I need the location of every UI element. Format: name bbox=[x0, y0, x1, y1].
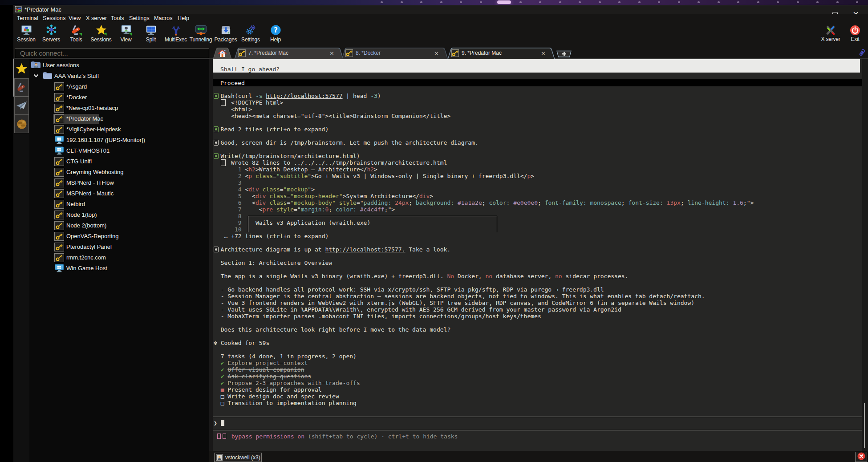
session--asgard[interactable]: *Asgard bbox=[29, 81, 209, 92]
terminal-text: ; bbox=[482, 199, 489, 206]
menu-tools[interactable]: Tools bbox=[111, 15, 124, 21]
terminal-text: 1 bbox=[214, 166, 245, 173]
sidebar-tab-tools[interactable] bbox=[14, 78, 29, 97]
attachment-paperclip-icon[interactable] bbox=[858, 49, 865, 59]
session-greyming-webhosting[interactable]: Greyming Webhosting bbox=[29, 167, 209, 178]
toolbar-x-server-button[interactable]: X server bbox=[818, 25, 843, 47]
terminal-line: - Vault uses SQLite in %APPDATA%\Wraith\… bbox=[214, 306, 621, 313]
sidebar-tab-macros[interactable] bbox=[14, 97, 29, 115]
session--new-cp01-heistacp[interactable]: *New-cp01-heistacp bbox=[29, 103, 209, 113]
session--predator-mac[interactable]: *Predator Mac bbox=[29, 113, 209, 124]
window-title: *Predator Mac bbox=[24, 6, 61, 13]
menu-settings[interactable]: Settings bbox=[129, 15, 150, 21]
terminal-text: > bbox=[531, 173, 534, 179]
session-node-1-top-[interactable]: Node 1(top) bbox=[29, 210, 209, 220]
menu-view[interactable]: View bbox=[69, 15, 81, 21]
menu-macros[interactable]: Macros bbox=[154, 15, 173, 21]
tab-close-icon[interactable]: × bbox=[329, 50, 334, 56]
toolbar-tunneling-button[interactable]: Tunneling bbox=[188, 24, 213, 46]
toolbar-exit-button[interactable]: Exit bbox=[843, 25, 868, 47]
terminal-text: </ bbox=[360, 166, 367, 173]
toolbar-view-button[interactable]: View bbox=[114, 24, 138, 46]
toolbar-multiexec-button[interactable]: MultiExec bbox=[163, 24, 188, 46]
terminal-text: 6 bbox=[214, 199, 245, 206]
toolbar-packages-button[interactable]: Packages bbox=[213, 24, 238, 46]
terminal-line: ✔ Explore project context bbox=[214, 360, 308, 366]
terminal-line: 5 <div class="mockup-header">System Arch… bbox=[214, 193, 433, 199]
quick-connect-input[interactable] bbox=[15, 48, 209, 58]
session-win-game-host[interactable]: Win Game Host bbox=[29, 263, 209, 274]
session-mspnerd-mautic[interactable]: MSPNerd - Mautic bbox=[29, 188, 209, 199]
terminal-text: no bbox=[486, 273, 493, 280]
new-tab-button[interactable] bbox=[556, 50, 572, 57]
terminal-line: ✔ Ask clarifying questions bbox=[214, 373, 311, 380]
claude-bullet-icon bbox=[214, 126, 219, 132]
servers-icon bbox=[39, 24, 64, 36]
menu-help[interactable]: Help bbox=[178, 15, 189, 21]
terminal[interactable]: Shall I go ahead? Proceed Bash(curl -s h… bbox=[213, 59, 862, 451]
terminal-text: ; bbox=[681, 199, 688, 206]
menu-x-server[interactable]: X server bbox=[86, 15, 107, 21]
toolbar-label: Session bbox=[14, 36, 39, 43]
terminal-text: Good, screen dir is /tmp/brainstorm. Let… bbox=[221, 139, 479, 146]
session-mspnerd-itflow[interactable]: MSPNerd - ITFlow bbox=[29, 178, 209, 188]
tab-8-docker[interactable]: 8. *Docker× bbox=[342, 48, 448, 59]
session--docker[interactable]: *Docker bbox=[29, 92, 209, 103]
terminal-text: -s bbox=[256, 93, 263, 99]
session-ctg-unifi[interactable]: CTG Unifi bbox=[29, 156, 209, 167]
background-strip-dot bbox=[401, 1, 403, 3]
terminal-text: ❯ bbox=[214, 420, 221, 426]
background-strip-dot bbox=[737, 1, 739, 3]
terminal-text bbox=[214, 433, 217, 440]
sidebar-splitter[interactable] bbox=[209, 59, 213, 462]
status-close-button[interactable] bbox=[855, 452, 867, 462]
ssh-key-icon bbox=[54, 104, 64, 113]
terminal-line: 1 <h2>Wraith Desktop — Architecture</h2> bbox=[214, 166, 377, 173]
terminal-text: - Vault uses SQLite in %APPDATA%\Wraith\… bbox=[214, 306, 621, 313]
session-pterodactyl-panel[interactable]: Pterodactyl Panel bbox=[29, 242, 209, 252]
sidebar-tab-sessions[interactable] bbox=[16, 63, 28, 76]
session-192-168-1-107-ups-monitor-[interactable]: 192.168.1.107 ([UPS-Monitor]) bbox=[29, 135, 209, 146]
toolbar-sessions-button[interactable]: Sessions bbox=[89, 24, 114, 46]
menu-sessions[interactable]: Sessions bbox=[43, 15, 66, 21]
tab-close-icon[interactable]: × bbox=[434, 50, 439, 56]
tree-group-folder[interactable]: AAA Vantz's Stuff bbox=[29, 71, 209, 81]
session-clt-vmhost01[interactable]: CLT-VMHOST01 bbox=[29, 146, 209, 156]
terminal-scrollbar[interactable] bbox=[862, 59, 868, 451]
session-rmm-t2cnc-com[interactable]: rmm.t2cnc.com bbox=[29, 252, 209, 263]
toolbar-servers-button[interactable]: Servers bbox=[39, 24, 64, 46]
terminal-line: ■ Present design for approval bbox=[214, 386, 322, 393]
tab-7-predator-mac[interactable]: 7. *Predator Mac× bbox=[235, 48, 343, 59]
terminal-text bbox=[214, 360, 221, 366]
tab-home[interactable] bbox=[213, 48, 231, 59]
terminal-text: margin: bbox=[301, 206, 325, 213]
session-openvas-reporting[interactable]: OpenVAS-Reporting bbox=[29, 231, 209, 242]
terminal-text: style bbox=[276, 206, 294, 213]
background-strip-dot bbox=[777, 1, 779, 3]
toolbar-help-button[interactable]: ?Help bbox=[263, 24, 288, 46]
session--vigilcyber-helpdesk[interactable]: *VigilCyber-Helpdesk bbox=[29, 124, 209, 135]
chevron-down-icon[interactable] bbox=[33, 73, 39, 81]
toolbar-session-button[interactable]: Session bbox=[14, 24, 39, 46]
view-icon bbox=[114, 24, 138, 36]
tree-root-user-sessions[interactable]: User sessions bbox=[29, 60, 209, 71]
sidebar-tab-sftp[interactable] bbox=[14, 115, 29, 133]
menu-terminal[interactable]: Terminal bbox=[17, 15, 38, 21]
terminal-text: Wrote 82 lines to ../../../../tmp/brains… bbox=[231, 159, 447, 166]
session-node-2-bottom-[interactable]: Node 2(bottom) bbox=[29, 220, 209, 231]
terminal-text bbox=[228, 433, 231, 440]
terminal-text: =" bbox=[294, 206, 301, 213]
tab-bar: 7. *Predator Mac× 8. *Docker× 9. *Predat… bbox=[209, 47, 868, 59]
tab-close-icon[interactable]: × bbox=[541, 50, 546, 56]
toolbar-tools-button[interactable]: Tools bbox=[64, 24, 89, 46]
toolbar-split-button[interactable]: Split bbox=[138, 24, 163, 46]
proceed-option-bar[interactable]: Proceed bbox=[213, 79, 862, 86]
session-netbird[interactable]: Netbird bbox=[29, 199, 209, 210]
toolbar-settings-button[interactable]: Settings bbox=[238, 24, 263, 46]
tab-9-predator-mac[interactable]: 9. *Predator Mac× bbox=[448, 48, 555, 59]
sessions-star-icon bbox=[89, 24, 114, 36]
terminal-text: 5 bbox=[214, 193, 245, 199]
terminal-scrollbar-thumb[interactable] bbox=[864, 403, 865, 448]
status-session-tab[interactable]: vstockwell (x3) bbox=[214, 453, 262, 462]
terminal-text: class bbox=[269, 199, 287, 206]
